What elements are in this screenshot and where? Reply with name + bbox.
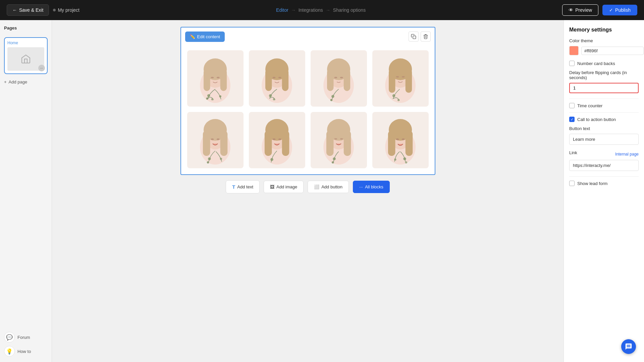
- memory-card-4[interactable]: [370, 48, 431, 109]
- sidebar-howto-item[interactable]: 💡 How to: [4, 346, 48, 357]
- delete-button[interactable]: [421, 32, 431, 42]
- all-blocks-button[interactable]: ··· All blocks: [353, 181, 390, 193]
- add-page-button[interactable]: + Add page: [4, 78, 48, 86]
- svg-rect-69: [388, 131, 395, 156]
- button-text-section: Button text: [569, 126, 639, 145]
- chat-bubble-button[interactable]: [621, 339, 636, 354]
- edit-content-button[interactable]: ✏️ Edit content: [185, 32, 225, 42]
- svg-rect-53: [282, 131, 289, 156]
- top-navigation: ← Save & Exit My project Editor → Integr…: [0, 0, 644, 20]
- forum-label: Forum: [17, 335, 30, 340]
- button-icon: ⬜: [314, 184, 319, 189]
- add-button-button[interactable]: ⬜ Add button: [308, 181, 349, 193]
- svg-point-44: [211, 138, 214, 140]
- nav-step-editor[interactable]: Editor: [276, 7, 288, 13]
- svg-rect-15: [265, 69, 272, 91]
- nav-arrow-1: →: [291, 7, 296, 13]
- cta-checkbox[interactable]: ✓: [569, 117, 575, 122]
- show-lead-form-checkbox[interactable]: [569, 181, 575, 186]
- page-card-home[interactable]: Home ···: [4, 37, 48, 74]
- memory-card-8[interactable]: [370, 109, 431, 171]
- save-exit-button[interactable]: ← Save & Exit: [7, 4, 49, 16]
- add-image-button[interactable]: 🖼 Add image: [264, 181, 304, 193]
- pencil-icon: ✏️: [190, 34, 195, 39]
- svg-rect-24: [327, 69, 333, 91]
- nav-arrow-2: →: [326, 7, 330, 13]
- svg-point-62: [334, 138, 337, 140]
- svg-point-20: [273, 98, 275, 100]
- link-input[interactable]: [569, 160, 639, 171]
- svg-rect-0: [413, 36, 416, 39]
- sidebar: Pages Home ··· + Add page 💬 Forum 💡 How: [0, 20, 52, 362]
- nav-right: 👁 Preview ✓ Publish: [562, 4, 637, 16]
- canvas-area: ✏️ Edit content: [52, 20, 564, 362]
- card-illustration-6: [249, 112, 305, 168]
- nav-left: ← Save & Exit My project: [7, 4, 79, 16]
- svg-point-72: [402, 138, 405, 140]
- svg-point-37: [392, 95, 395, 98]
- page-card-menu-button[interactable]: ···: [38, 65, 45, 71]
- time-counter-checkbox[interactable]: [569, 103, 575, 108]
- svg-point-55: [278, 138, 281, 140]
- color-theme-label: Color theme: [569, 38, 639, 43]
- card-illustration-2: [249, 50, 305, 107]
- svg-rect-16: [282, 69, 288, 91]
- memory-card-5[interactable]: [184, 109, 246, 171]
- card-illustration-3: [311, 50, 367, 107]
- color-input[interactable]: [581, 47, 644, 55]
- project-name-display: My project: [53, 7, 79, 13]
- memory-card-3[interactable]: [308, 48, 370, 109]
- nav-step-sharing[interactable]: Sharing options: [333, 7, 366, 13]
- button-text-input[interactable]: [569, 134, 639, 145]
- card-illustration-5: [187, 112, 244, 168]
- page-card-home-title: Home: [7, 41, 44, 45]
- svg-point-35: [396, 76, 399, 78]
- number-card-backs-checkbox[interactable]: [569, 61, 575, 66]
- howto-icon: 💡: [4, 346, 15, 357]
- svg-rect-33: [389, 69, 395, 93]
- svg-point-26: [334, 77, 337, 78]
- button-text-label: Button text: [569, 126, 639, 131]
- svg-rect-70: [406, 131, 413, 156]
- text-icon: T: [232, 184, 235, 190]
- nav-step-integrations[interactable]: Integrations: [299, 7, 323, 13]
- sidebar-forum-item[interactable]: 💬 Forum: [4, 332, 48, 343]
- copy-button[interactable]: [409, 32, 419, 42]
- memory-card-2[interactable]: [246, 48, 308, 109]
- delay-section: Delay before flipping cards (in seconds): [569, 70, 639, 93]
- arrow-left-icon: ←: [12, 7, 17, 13]
- memory-card-6[interactable]: [246, 109, 308, 171]
- card-illustration-7: [311, 112, 367, 168]
- memory-card-grid: [181, 27, 435, 174]
- preview-button[interactable]: 👁 Preview: [562, 4, 598, 16]
- internal-page-link[interactable]: Internal page: [615, 152, 639, 157]
- publish-button[interactable]: ✓ Publish: [602, 5, 637, 15]
- memory-card-7[interactable]: [308, 109, 370, 171]
- svg-point-63: [340, 138, 343, 140]
- color-swatch[interactable]: [569, 46, 579, 55]
- svg-point-27: [340, 77, 343, 78]
- svg-rect-42: [203, 131, 210, 156]
- svg-point-74: [405, 162, 407, 164]
- project-name-text: My project: [58, 7, 79, 13]
- add-text-button[interactable]: T Add text: [226, 180, 260, 193]
- nav-steps: Editor → Integrations → Sharing options: [85, 7, 557, 13]
- svg-point-10: [206, 98, 208, 100]
- svg-point-54: [273, 138, 276, 140]
- svg-point-73: [403, 158, 406, 161]
- delay-input[interactable]: [569, 83, 639, 93]
- svg-rect-43: [220, 131, 228, 156]
- svg-point-29: [330, 99, 332, 101]
- color-theme-section: Color theme: [569, 38, 639, 55]
- main-layout: Pages Home ··· + Add page 💬 Forum 💡 How: [0, 20, 644, 362]
- add-blocks-bar: T Add text 🖼 Add image ⬜ Add button ··· …: [226, 180, 390, 193]
- cta-label: Call to action button: [577, 117, 616, 122]
- divider-2: [569, 112, 639, 113]
- svg-point-75: [394, 159, 396, 161]
- divider-1: [569, 99, 639, 99]
- svg-point-45: [217, 138, 220, 140]
- canvas-toolbar-icons: [409, 32, 431, 42]
- memory-card-1[interactable]: [184, 48, 246, 109]
- svg-rect-4: [204, 69, 210, 91]
- svg-point-38: [397, 99, 399, 101]
